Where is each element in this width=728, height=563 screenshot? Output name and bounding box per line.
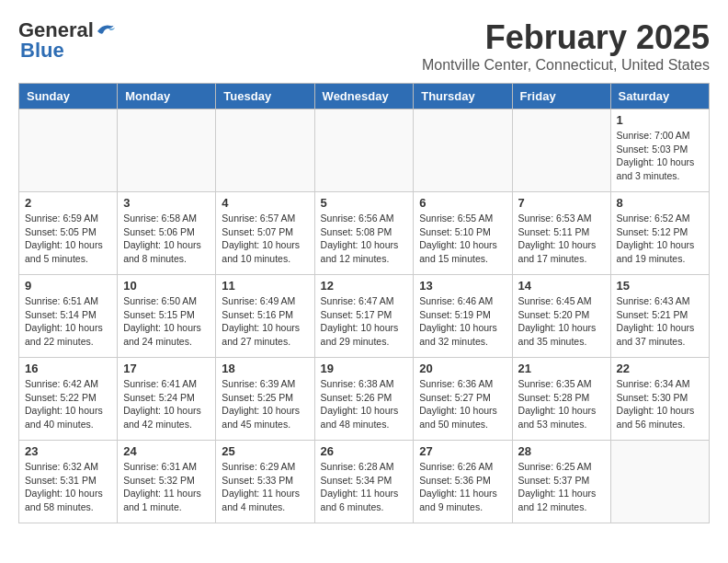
day-info: Sunrise: 6:38 AM Sunset: 5:26 PM Dayligh… <box>321 377 408 431</box>
calendar-cell <box>314 109 414 192</box>
calendar-cell: 22Sunrise: 6:34 AM Sunset: 5:30 PM Dayli… <box>610 358 709 441</box>
logo-blue-text: Blue <box>20 39 64 63</box>
day-number: 21 <box>518 362 605 375</box>
week-row-5: 23Sunrise: 6:32 AM Sunset: 5:31 PM Dayli… <box>19 441 710 523</box>
day-info: Sunrise: 7:00 AM Sunset: 5:03 PM Dayligh… <box>617 129 703 183</box>
day-number: 28 <box>518 444 605 458</box>
month-title: February 2025 <box>422 18 710 57</box>
day-info: Sunrise: 6:42 AM Sunset: 5:22 PM Dayligh… <box>25 377 111 431</box>
day-number: 27 <box>419 444 506 458</box>
logo: General Blue <box>18 18 116 63</box>
day-info: Sunrise: 6:25 AM Sunset: 5:37 PM Dayligh… <box>518 460 605 514</box>
week-row-2: 2Sunrise: 6:59 AM Sunset: 5:05 PM Daylig… <box>19 192 710 275</box>
calendar-cell: 3Sunrise: 6:58 AM Sunset: 5:06 PM Daylig… <box>118 192 216 275</box>
weekday-header-row: SundayMondayTuesdayWednesdayThursdayFrid… <box>19 84 710 109</box>
day-info: Sunrise: 6:47 AM Sunset: 5:17 PM Dayligh… <box>321 294 408 349</box>
calendar-cell: 24Sunrise: 6:31 AM Sunset: 5:32 PM Dayli… <box>118 441 216 523</box>
day-number: 11 <box>222 279 308 293</box>
weekday-header-thursday: Thursday <box>414 84 512 109</box>
day-info: Sunrise: 6:55 AM Sunset: 5:10 PM Dayligh… <box>419 212 506 266</box>
day-info: Sunrise: 6:36 AM Sunset: 5:27 PM Dayligh… <box>419 377 506 431</box>
page-header: General Blue February 2025 Montville Cen… <box>18 18 710 74</box>
weekday-header-tuesday: Tuesday <box>216 84 314 109</box>
week-row-4: 16Sunrise: 6:42 AM Sunset: 5:22 PM Dayli… <box>19 358 710 441</box>
day-number: 23 <box>25 444 111 458</box>
day-info: Sunrise: 6:56 AM Sunset: 5:08 PM Dayligh… <box>321 212 408 266</box>
day-number: 25 <box>222 444 308 458</box>
calendar-cell <box>512 109 610 192</box>
day-info: Sunrise: 6:43 AM Sunset: 5:21 PM Dayligh… <box>617 294 703 349</box>
calendar-cell: 20Sunrise: 6:36 AM Sunset: 5:27 PM Dayli… <box>414 358 512 441</box>
day-info: Sunrise: 6:32 AM Sunset: 5:31 PM Dayligh… <box>25 460 111 514</box>
day-info: Sunrise: 6:59 AM Sunset: 5:05 PM Dayligh… <box>25 212 111 266</box>
calendar-cell: 25Sunrise: 6:29 AM Sunset: 5:33 PM Dayli… <box>216 441 314 523</box>
day-number: 24 <box>123 444 210 458</box>
day-info: Sunrise: 6:35 AM Sunset: 5:28 PM Dayligh… <box>518 377 605 431</box>
day-number: 10 <box>123 279 210 293</box>
day-info: Sunrise: 6:58 AM Sunset: 5:06 PM Dayligh… <box>123 212 210 266</box>
day-number: 15 <box>617 279 703 293</box>
calendar-cell: 16Sunrise: 6:42 AM Sunset: 5:22 PM Dayli… <box>19 358 118 441</box>
calendar-table: SundayMondayTuesdayWednesdayThursdayFrid… <box>18 83 710 523</box>
day-info: Sunrise: 6:50 AM Sunset: 5:15 PM Dayligh… <box>123 294 210 349</box>
day-info: Sunrise: 6:31 AM Sunset: 5:32 PM Dayligh… <box>123 460 210 514</box>
calendar-cell <box>216 109 314 192</box>
day-number: 18 <box>222 362 308 375</box>
day-number: 14 <box>518 279 605 293</box>
weekday-header-sunday: Sunday <box>19 84 118 109</box>
day-number: 7 <box>518 196 605 210</box>
day-info: Sunrise: 6:53 AM Sunset: 5:11 PM Dayligh… <box>518 212 605 266</box>
day-number: 22 <box>617 362 703 375</box>
day-info: Sunrise: 6:49 AM Sunset: 5:16 PM Dayligh… <box>222 294 308 349</box>
day-info: Sunrise: 6:29 AM Sunset: 5:33 PM Dayligh… <box>222 460 308 514</box>
calendar-cell: 26Sunrise: 6:28 AM Sunset: 5:34 PM Dayli… <box>314 441 414 523</box>
calendar-cell <box>414 109 512 192</box>
calendar-cell: 2Sunrise: 6:59 AM Sunset: 5:05 PM Daylig… <box>19 192 118 275</box>
day-number: 5 <box>321 196 408 210</box>
day-number: 1 <box>617 113 703 127</box>
day-info: Sunrise: 6:39 AM Sunset: 5:25 PM Dayligh… <box>222 377 308 431</box>
calendar-cell <box>118 109 216 192</box>
day-number: 20 <box>419 362 506 375</box>
weekday-header-wednesday: Wednesday <box>314 84 414 109</box>
calendar-cell: 5Sunrise: 6:56 AM Sunset: 5:08 PM Daylig… <box>314 192 414 275</box>
day-number: 3 <box>123 196 210 210</box>
day-info: Sunrise: 6:57 AM Sunset: 5:07 PM Dayligh… <box>222 212 308 266</box>
calendar-cell: 12Sunrise: 6:47 AM Sunset: 5:17 PM Dayli… <box>314 275 414 358</box>
day-number: 8 <box>617 196 703 210</box>
calendar-cell: 15Sunrise: 6:43 AM Sunset: 5:21 PM Dayli… <box>610 275 709 358</box>
day-number: 2 <box>25 196 111 210</box>
calendar-cell <box>19 109 118 192</box>
calendar-cell: 9Sunrise: 6:51 AM Sunset: 5:14 PM Daylig… <box>19 275 118 358</box>
calendar-cell: 18Sunrise: 6:39 AM Sunset: 5:25 PM Dayli… <box>216 358 314 441</box>
weekday-header-friday: Friday <box>512 84 610 109</box>
calendar-cell: 6Sunrise: 6:55 AM Sunset: 5:10 PM Daylig… <box>414 192 512 275</box>
day-info: Sunrise: 6:45 AM Sunset: 5:20 PM Dayligh… <box>518 294 605 349</box>
day-info: Sunrise: 6:46 AM Sunset: 5:19 PM Dayligh… <box>419 294 506 349</box>
day-info: Sunrise: 6:51 AM Sunset: 5:14 PM Dayligh… <box>25 294 111 349</box>
calendar-cell: 10Sunrise: 6:50 AM Sunset: 5:15 PM Dayli… <box>118 275 216 358</box>
day-number: 16 <box>25 362 111 375</box>
calendar-cell: 28Sunrise: 6:25 AM Sunset: 5:37 PM Dayli… <box>512 441 610 523</box>
day-number: 26 <box>321 444 408 458</box>
day-info: Sunrise: 6:28 AM Sunset: 5:34 PM Dayligh… <box>321 460 408 514</box>
calendar-cell: 19Sunrise: 6:38 AM Sunset: 5:26 PM Dayli… <box>314 358 414 441</box>
weekday-header-monday: Monday <box>118 84 216 109</box>
day-number: 12 <box>321 279 408 293</box>
calendar-cell <box>610 441 709 523</box>
calendar-cell: 4Sunrise: 6:57 AM Sunset: 5:07 PM Daylig… <box>216 192 314 275</box>
calendar-cell: 1Sunrise: 7:00 AM Sunset: 5:03 PM Daylig… <box>610 109 709 192</box>
calendar-cell: 13Sunrise: 6:46 AM Sunset: 5:19 PM Dayli… <box>414 275 512 358</box>
week-row-1: 1Sunrise: 7:00 AM Sunset: 5:03 PM Daylig… <box>19 109 710 192</box>
calendar-cell: 8Sunrise: 6:52 AM Sunset: 5:12 PM Daylig… <box>610 192 709 275</box>
day-info: Sunrise: 6:26 AM Sunset: 5:36 PM Dayligh… <box>419 460 506 514</box>
calendar-cell: 27Sunrise: 6:26 AM Sunset: 5:36 PM Dayli… <box>414 441 512 523</box>
location-text: Montville Center, Connecticut, United St… <box>422 57 710 74</box>
week-row-3: 9Sunrise: 6:51 AM Sunset: 5:14 PM Daylig… <box>19 275 710 358</box>
day-number: 4 <box>222 196 308 210</box>
calendar-cell: 7Sunrise: 6:53 AM Sunset: 5:11 PM Daylig… <box>512 192 610 275</box>
day-number: 19 <box>321 362 408 375</box>
logo-bird-icon <box>96 22 116 39</box>
day-number: 6 <box>419 196 506 210</box>
day-info: Sunrise: 6:34 AM Sunset: 5:30 PM Dayligh… <box>617 377 703 431</box>
